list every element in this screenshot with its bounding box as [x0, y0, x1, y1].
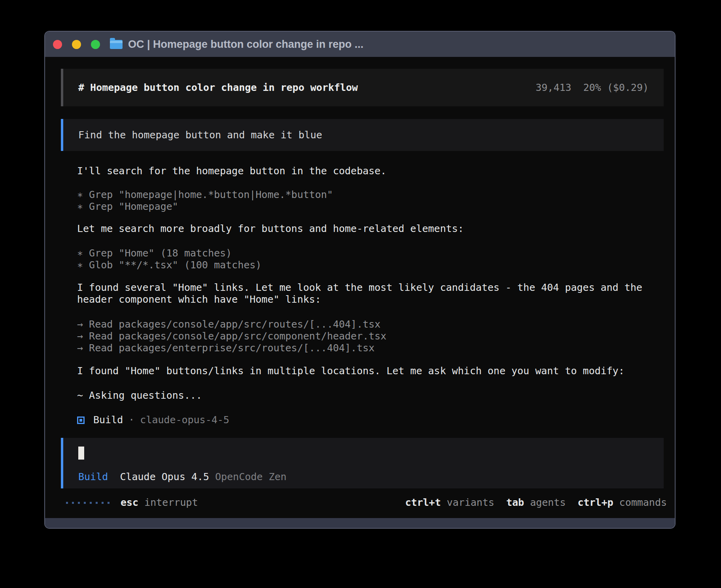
- window-titlebar[interactable]: OC | Homepage button color change in rep…: [45, 32, 675, 57]
- user-message-block: Find the homepage button and make it blu…: [61, 119, 664, 151]
- status-right: ctrl+t variants tab agents ctrl+p comman…: [405, 497, 667, 509]
- folder-icon: [110, 40, 123, 49]
- agent-model: claude-opus-4-5: [140, 414, 229, 426]
- tool-call-line: → Read packages/enterprise/src/routes/[.…: [77, 342, 375, 354]
- prompt-input[interactable]: Build Claude Opus 4.5 OpenCode Zen: [61, 438, 664, 488]
- session-header: # Homepage button color change in repo w…: [61, 69, 664, 106]
- terminal-window: OC | Homepage button color change in rep…: [44, 31, 676, 529]
- hint-commands: ctrl+p commands: [578, 497, 667, 509]
- transcript-line: I'll search for the homepage button in t…: [77, 165, 387, 177]
- status-left: esc interrupt: [66, 497, 198, 509]
- hint-agents: tab agents: [506, 497, 566, 509]
- transcript-line: header component which have "Home" links…: [77, 294, 321, 305]
- status-line: ~ Asking questions...: [77, 390, 202, 401]
- agent-task-row: Build · claude-opus-4-5: [77, 414, 229, 426]
- input-provider-label: OpenCode Zen: [215, 471, 287, 482]
- tool-call-line: ∗ Grep "Home" (18 matches): [77, 247, 232, 259]
- agent-build-icon: [77, 416, 85, 424]
- dot-separator: ·: [128, 414, 134, 426]
- session-title: # Homepage button color change in repo w…: [78, 82, 358, 94]
- traffic-lights: [53, 40, 100, 49]
- tool-call-line: ∗ Grep "homepage|home.*button|Home.*butt…: [77, 189, 333, 201]
- text-cursor: [78, 447, 84, 460]
- terminal-content: # Homepage button color change in repo w…: [45, 57, 675, 518]
- user-message-text: Find the homepage button and make it blu…: [78, 129, 322, 141]
- close-button[interactable]: [53, 40, 62, 49]
- tool-call-line: → Read packages/console/app/src/routes/[…: [77, 318, 381, 330]
- tool-call-line: → Read packages/console/app/src/componen…: [77, 330, 387, 342]
- tool-call-line: ∗ Grep "Homepage": [77, 201, 178, 213]
- transcript-line: I found "Home" buttons/links in multiple…: [77, 365, 625, 377]
- zoom-button[interactable]: [91, 40, 100, 49]
- input-model-label[interactable]: Claude Opus 4.5: [120, 471, 209, 482]
- input-agent-label[interactable]: Build: [78, 471, 108, 482]
- input-footer: Build Claude Opus 4.5 OpenCode Zen: [78, 471, 287, 483]
- window-title: OC | Homepage button color change in rep…: [128, 38, 364, 51]
- minimize-button[interactable]: [72, 40, 81, 49]
- status-bar: esc interrupt ctrl+t variants tab agents…: [66, 497, 667, 509]
- window-title-group: OC | Homepage button color change in rep…: [110, 32, 364, 57]
- session-stats: 39,413 20% ($0.29): [536, 82, 649, 94]
- transcript-line: Let me search more broadly for buttons a…: [77, 223, 464, 235]
- hint-variants: ctrl+t variants: [405, 497, 495, 509]
- hint-interrupt: esc interrupt: [121, 497, 198, 509]
- tool-call-line: ∗ Glob "**/*.tsx" (100 matches): [77, 259, 262, 271]
- agent-name: Build: [93, 414, 123, 426]
- spinner-dots-icon: [66, 502, 109, 504]
- transcript-line: I found several "Home" links. Let me loo…: [77, 282, 642, 294]
- window-bottom-strip: [45, 518, 675, 528]
